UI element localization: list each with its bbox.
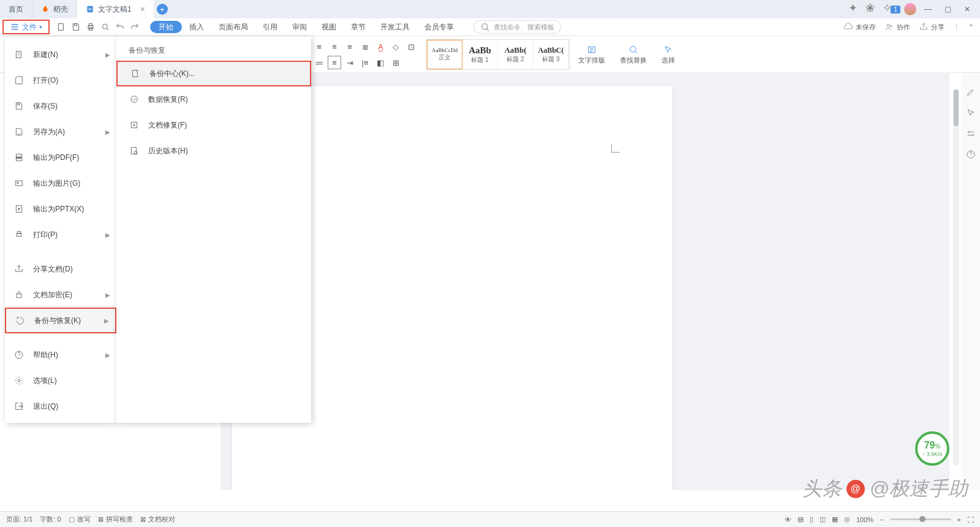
- qat-preview-icon[interactable]: [99, 20, 112, 34]
- bullet-list-icon[interactable]: ≔: [312, 56, 326, 69]
- tab-docshell[interactable]: 稻壳: [32, 0, 77, 18]
- menu-tab-insert[interactable]: 插入: [182, 18, 211, 36]
- style-h2[interactable]: AaBb(标题 2: [498, 40, 533, 69]
- zoom-slider[interactable]: [890, 518, 951, 520]
- font-color-icon[interactable]: A̲: [374, 40, 387, 53]
- more-icon[interactable]: ⋮: [953, 23, 960, 31]
- menu-tab-layout[interactable]: 页面布局: [211, 18, 255, 36]
- maximize-button[interactable]: ▢: [940, 1, 956, 17]
- view-read-icon[interactable]: ◫: [820, 515, 826, 523]
- command-search[interactable]: 查找命令、搜索模板: [473, 20, 561, 34]
- file-menu-item[interactable]: 备份与恢复(K)▶: [5, 308, 116, 333]
- menu-tab-dev[interactable]: 开发工具: [373, 18, 417, 36]
- close-tab-icon[interactable]: ×: [140, 4, 145, 14]
- notification-badge[interactable]: 1: [891, 6, 900, 13]
- file-menu-item[interactable]: 打开(O): [5, 67, 116, 93]
- file-menu-item[interactable]: 分享文档(D): [5, 256, 116, 282]
- menu-tab-review[interactable]: 审阅: [285, 18, 314, 36]
- svg-rect-29: [132, 70, 137, 77]
- vertical-scrollbar[interactable]: [953, 89, 959, 466]
- file-menu-item[interactable]: 帮助(H)▶: [5, 342, 116, 368]
- style-h1[interactable]: AaBb标题 1: [462, 40, 498, 69]
- rail-cursor-icon[interactable]: [965, 107, 977, 119]
- menu-tab-vip[interactable]: 会员专享: [417, 18, 461, 36]
- share-button[interactable]: 分享: [919, 22, 944, 32]
- submenu-item[interactable]: 历史版本(H): [116, 138, 311, 164]
- rail-settings-icon[interactable]: [965, 127, 977, 140]
- file-menu-item[interactable]: 保存(S): [5, 93, 116, 119]
- status-page[interactable]: 页面: 1/1: [6, 515, 32, 524]
- file-menu-item[interactable]: 打印(P)▶: [5, 222, 116, 248]
- file-menu-item[interactable]: PDF输出为PDF(F): [5, 145, 116, 170]
- align-center-icon[interactable]: ≡: [328, 40, 341, 53]
- qat-undo-icon[interactable]: [113, 20, 127, 34]
- file-menu-item[interactable]: 选项(L): [5, 368, 116, 393]
- indent-icon[interactable]: ⇥: [343, 56, 356, 69]
- find-replace-button[interactable]: 查找替换: [614, 45, 653, 65]
- collapse-ribbon-icon[interactable]: ⌃: [968, 23, 974, 31]
- file-menu-item[interactable]: 输出为图片(G): [5, 170, 116, 196]
- tab-document[interactable]: W 文字文稿1 ×: [77, 0, 154, 18]
- submenu-item-icon: [130, 68, 141, 79]
- style-h3[interactable]: AaBbC(标题 3: [533, 40, 569, 69]
- tab-home[interactable]: 首页: [0, 0, 32, 18]
- rail-help-icon[interactable]: [965, 148, 977, 161]
- number-list-icon[interactable]: ≡: [328, 56, 341, 69]
- submenu-item[interactable]: 数据恢复(R): [116, 86, 311, 112]
- qat-new-icon[interactable]: [55, 20, 68, 34]
- align-distribute-icon[interactable]: ≣: [358, 40, 372, 53]
- menu-tab-reference[interactable]: 引用: [255, 18, 285, 36]
- eye-icon[interactable]: 👁: [785, 516, 791, 523]
- select-button[interactable]: 选择: [655, 45, 681, 65]
- file-menu-item[interactable]: 新建(N)▶: [5, 42, 116, 67]
- submenu-item-label: 文档修复(F): [148, 120, 187, 131]
- menu-tab-section[interactable]: 章节: [344, 18, 373, 36]
- minimize-button[interactable]: —: [920, 1, 936, 17]
- text-typeset-button[interactable]: 文字排版: [572, 45, 611, 65]
- svg-rect-3: [74, 24, 77, 26]
- close-button[interactable]: ✕: [959, 1, 975, 17]
- avatar[interactable]: [904, 3, 916, 15]
- clear-format-icon[interactable]: ◇: [389, 40, 402, 53]
- file-menu-item[interactable]: 退出(Q): [5, 393, 116, 419]
- focus-icon[interactable]: ◎: [844, 515, 850, 523]
- rail-edit-icon[interactable]: [965, 86, 977, 98]
- border-icon[interactable]: ⊞: [389, 56, 402, 69]
- submenu-item[interactable]: 文档修复(F): [116, 112, 311, 138]
- line-spacing-icon[interactable]: |≡: [358, 56, 372, 69]
- qat-redo-icon[interactable]: [128, 20, 141, 34]
- view-outline-icon[interactable]: ▤: [797, 515, 804, 523]
- word-doc-icon: W: [86, 5, 94, 13]
- shading-icon[interactable]: ◧: [374, 56, 387, 69]
- submenu-item[interactable]: 备份中心(K)...: [116, 61, 311, 86]
- file-menu-item[interactable]: 文档加密(E)▶: [5, 282, 116, 308]
- status-rewrite[interactable]: ▢ 改写: [69, 515, 91, 524]
- zoom-in-button[interactable]: +: [957, 516, 961, 523]
- collab-button[interactable]: 协作: [884, 22, 910, 32]
- share-icon: [919, 22, 929, 32]
- align-right-icon[interactable]: ≡: [343, 40, 356, 53]
- zoom-out-button[interactable]: −: [880, 516, 883, 523]
- menu-tab-start[interactable]: 开始: [150, 21, 182, 33]
- file-menu-item[interactable]: P输出为PPTX(X): [5, 196, 116, 222]
- svg-rect-26: [17, 294, 21, 298]
- add-tab-button[interactable]: +: [154, 0, 170, 18]
- styles-gallery[interactable]: AaBbCcDd正文 AaBb标题 1 AaBb(标题 2 AaBbC(标题 3: [426, 39, 570, 70]
- file-menu-button[interactable]: 文件 ▾: [2, 20, 50, 34]
- zoom-value[interactable]: 100%: [856, 516, 873, 523]
- style-body[interactable]: AaBbCcDd正文: [427, 40, 462, 69]
- align-left-icon[interactable]: ≡: [312, 40, 326, 53]
- status-proofread[interactable]: ⊠ 文档校对: [140, 515, 175, 524]
- menu-tab-view[interactable]: 视图: [314, 18, 344, 36]
- qat-print-icon[interactable]: [84, 20, 97, 34]
- view-web-icon[interactable]: ▦: [832, 515, 838, 523]
- fullscreen-icon[interactable]: ⛶: [967, 516, 974, 523]
- qat-save-icon[interactable]: [69, 20, 83, 34]
- char-border-icon[interactable]: ⊡: [404, 40, 418, 53]
- view-page-icon[interactable]: ▯: [810, 515, 813, 523]
- file-menu-item[interactable]: 另存为(A)▶: [5, 119, 116, 145]
- status-spellcheck[interactable]: ⊠ 拼写检查: [98, 515, 133, 524]
- svg-text:W: W: [88, 7, 92, 11]
- status-wordcount[interactable]: 字数: 0: [40, 515, 61, 524]
- unsaved-indicator[interactable]: 未保存: [843, 22, 876, 32]
